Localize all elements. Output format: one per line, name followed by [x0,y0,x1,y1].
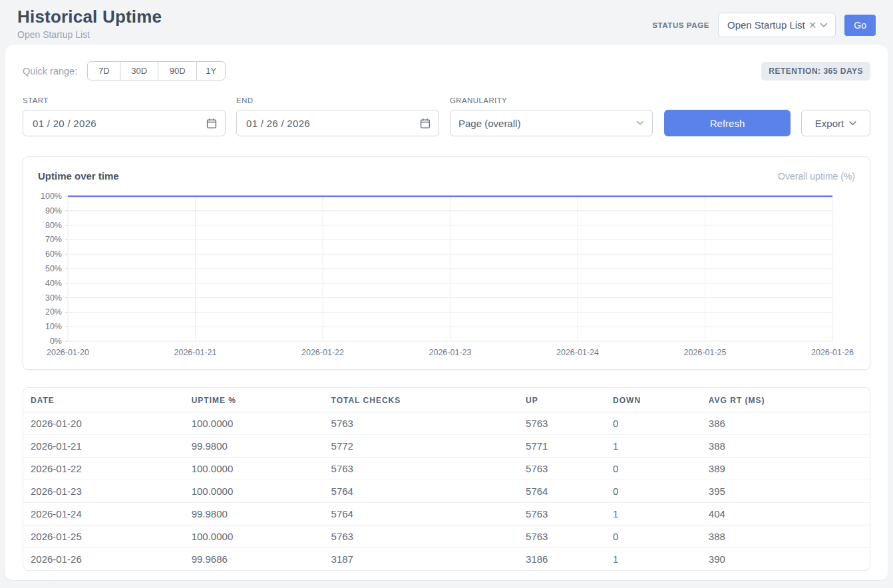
quick-range-90d[interactable]: 90D [158,61,197,80]
table-cell: 5763 [518,525,606,548]
start-date-value[interactable] [31,117,164,130]
svg-text:2026-01-25: 2026-01-25 [684,348,727,357]
table-cell: 0 [606,525,701,548]
status-page-select[interactable]: Open Startup List ✕ [718,13,836,37]
table-cell: 5764 [324,480,519,503]
svg-text:40%: 40% [45,279,62,288]
svg-text:80%: 80% [45,221,62,230]
table-cell: 0 [606,480,701,503]
uptime-chart-card: Uptime over time Overall uptime (%) 0%10… [23,156,870,370]
start-date-input[interactable] [23,110,226,136]
end-date-value[interactable] [245,117,378,130]
table-cell: 395 [701,480,870,503]
table-cell: 2026-01-23 [23,480,184,503]
table-row: 2026-01-2199.9800577257711388 [23,435,870,458]
table-cell: 1 [606,435,701,458]
svg-text:20%: 20% [45,307,62,317]
quick-range-group: 7D 30D 90D 1Y [87,61,226,80]
table-cell: 390 [701,548,870,571]
table-cell: 1 [606,503,701,525]
table-cell: 5763 [324,458,519,480]
svg-text:2026-01-26: 2026-01-26 [811,348,854,357]
quick-range-7d[interactable]: 7D [87,61,120,80]
quick-range-1y[interactable]: 1Y [196,61,226,80]
uptime-table-container: DATE UPTIME % TOTAL CHECKS UP DOWN AVG R… [23,387,870,571]
col-uptime: UPTIME % [184,388,324,412]
quick-range-30d[interactable]: 30D [120,61,158,80]
go-button[interactable]: Go [844,15,876,36]
quick-range-label: Quick range: [23,66,77,76]
svg-text:2026-01-21: 2026-01-21 [174,348,217,357]
table-cell: 2026-01-21 [23,435,184,458]
export-button[interactable]: Export [801,110,870,136]
refresh-button[interactable]: Refresh [664,110,791,136]
svg-text:2026-01-20: 2026-01-20 [47,348,89,357]
table-cell: 99.9800 [184,503,324,525]
table-cell: 0 [606,412,701,435]
chart-legend: Overall uptime (%) [778,171,855,182]
table-row: 2026-01-23100.0000576457640395 [23,480,870,503]
table-cell: 3187 [324,548,519,571]
page-title: Historical Uptime [17,7,162,27]
table-cell: 2026-01-26 [23,548,184,571]
table-row: 2026-01-25100.0000576357630388 [23,525,870,548]
table-cell: 0 [606,458,701,480]
svg-text:0%: 0% [50,337,62,346]
svg-text:10%: 10% [45,322,62,331]
svg-text:30%: 30% [45,293,62,303]
chart-header: Uptime over time Overall uptime (%) [38,170,855,182]
retention-badge: RETENTION: 365 DAYS [761,62,870,80]
table-cell: 5772 [324,435,519,458]
col-date: DATE [23,388,184,412]
status-page-value: Open Startup List [727,19,805,31]
main-panel: Quick range: 7D 30D 90D 1Y RETENTION: 36… [5,45,888,580]
table-cell: 5771 [518,435,606,458]
table-row: 2026-01-20100.0000576357630386 [23,412,870,435]
end-date-input[interactable] [236,110,439,136]
uptime-line-chart: 0%10%20%30%40%50%60%70%80%90%100%2026-01… [38,190,855,361]
svg-text:2026-01-23: 2026-01-23 [429,348,472,357]
filter-form-row: START END GRANULARITY Page (overall) [23,96,870,136]
svg-text:50%: 50% [45,264,62,273]
col-avg-rt: AVG RT (MS) [701,388,870,412]
export-label: Export [815,118,844,129]
end-date-label: END [236,96,439,104]
table-cell: 99.9686 [184,548,324,571]
title-block: Historical Uptime Open Startup List [17,7,162,40]
uptime-table: DATE UPTIME % TOTAL CHECKS UP DOWN AVG R… [23,388,870,570]
table-cell: 5764 [324,503,519,525]
table-cell: 2026-01-25 [23,525,184,548]
table-cell: 5763 [518,503,606,525]
status-page-controls: STATUS PAGE Open Startup List ✕ Go [652,13,876,37]
start-date-field: START [23,96,226,136]
granularity-select[interactable]: Page (overall) [450,110,653,136]
table-header-row: DATE UPTIME % TOTAL CHECKS UP DOWN AVG R… [23,388,870,412]
svg-text:60%: 60% [45,249,62,259]
svg-text:90%: 90% [45,206,62,216]
clear-icon[interactable]: ✕ [808,20,818,30]
table-cell: 5763 [518,412,606,435]
end-date-field: END [236,96,439,136]
table-cell: 386 [701,412,870,435]
table-cell: 3186 [518,548,606,571]
calendar-icon[interactable] [420,118,431,129]
table-cell: 2026-01-20 [23,412,184,435]
calendar-icon[interactable] [206,118,217,129]
table-cell: 389 [701,458,870,480]
granularity-label: GRANULARITY [450,96,653,104]
table-cell: 404 [701,503,870,525]
table-cell: 5763 [324,412,519,435]
status-page-label: STATUS PAGE [652,21,709,29]
granularity-value: Page (overall) [458,118,520,129]
col-up: UP [518,388,606,412]
chevron-down-icon [820,23,828,28]
chevron-down-icon [849,121,856,126]
table-cell: 100.0000 [184,458,324,480]
table-cell: 5764 [518,480,606,503]
table-row: 2026-01-2499.9800576457631404 [23,503,870,525]
table-cell: 100.0000 [184,412,324,435]
top-bar: Historical Uptime Open Startup List STAT… [0,0,893,40]
col-total-checks: TOTAL CHECKS [324,388,519,412]
table-cell: 5763 [324,525,519,548]
table-cell: 5763 [518,458,606,480]
